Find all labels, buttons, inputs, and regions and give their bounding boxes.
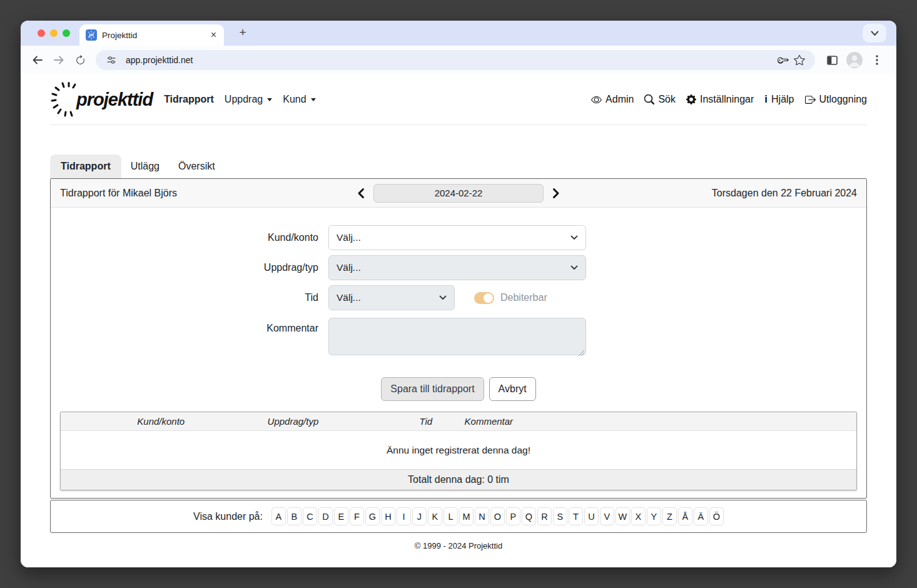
- letter-button[interactable]: V: [600, 507, 614, 525]
- save-button[interactable]: Spara till tidrapport: [381, 377, 484, 401]
- letter-button[interactable]: T: [569, 507, 583, 525]
- letter-button[interactable]: W: [616, 507, 630, 525]
- kund-konto-label: Kund/konto: [51, 232, 328, 243]
- col-header-kund-konto: Kund/konto: [137, 412, 185, 430]
- letter-button[interactable]: I: [397, 507, 411, 525]
- letter-button[interactable]: L: [443, 507, 458, 525]
- letter-button[interactable]: F: [350, 507, 364, 525]
- table-header-row: Kund/konto Uppdrag/typ Tid Kommentar: [61, 412, 856, 431]
- new-tab-button[interactable]: +: [235, 26, 250, 39]
- letter-button[interactable]: R: [537, 507, 552, 525]
- date-input[interactable]: 2024-02-22: [373, 184, 544, 203]
- back-button[interactable]: [27, 49, 48, 71]
- menu-item-admin[interactable]: Admin: [591, 94, 634, 105]
- app-header: projekttid Tidrapport Uppdrag Kund: [50, 74, 867, 125]
- nav-item-kund[interactable]: Kund: [283, 94, 315, 105]
- browser-tab[interactable]: pt Projekttid ×: [79, 24, 224, 46]
- kommentar-textarea[interactable]: [328, 318, 586, 355]
- tab-search-button[interactable]: [863, 24, 886, 43]
- letter-button[interactable]: U: [584, 507, 599, 525]
- date-navigation-bar: Tidrapport för Mikael Björs 2024-02-22: [51, 179, 866, 208]
- browser-menu-button[interactable]: [866, 49, 888, 71]
- reload-icon: [75, 55, 86, 66]
- letter-button[interactable]: Å: [678, 507, 692, 525]
- minimize-window-button[interactable]: [50, 29, 58, 37]
- site-favicon-icon: pt: [86, 29, 97, 41]
- menu-item-installningar[interactable]: Inställningar: [686, 94, 754, 105]
- letter-button[interactable]: M: [459, 507, 474, 525]
- letter-button[interactable]: N: [475, 507, 489, 525]
- letter-button[interactable]: O: [490, 507, 505, 525]
- top-menu: Admin Sök Inställningar: [591, 94, 867, 105]
- tab-utlagg[interactable]: Utlägg: [121, 155, 169, 178]
- toolbar-right-group: [821, 49, 890, 71]
- letter-button[interactable]: D: [318, 507, 333, 525]
- tid-select[interactable]: Välj...: [328, 285, 455, 310]
- letter-button[interactable]: Y: [647, 507, 661, 525]
- letter-button[interactable]: E: [334, 507, 348, 525]
- letter-button[interactable]: C: [303, 507, 317, 525]
- tid-label: Tid: [51, 292, 328, 303]
- uppdrag-typ-select[interactable]: Välj...: [328, 255, 586, 280]
- alphabet-label: Visa kunder på:: [193, 511, 263, 522]
- window-controls: [38, 29, 70, 37]
- tab-close-icon[interactable]: ×: [210, 30, 218, 40]
- report-title: Tidrapport för Mikael Björs: [60, 188, 357, 199]
- letter-button[interactable]: X: [631, 507, 646, 525]
- kund-konto-select[interactable]: Välj...: [328, 225, 586, 250]
- letter-button[interactable]: Ö: [709, 507, 724, 525]
- letter-button[interactable]: P: [506, 507, 520, 525]
- next-day-button[interactable]: [552, 188, 560, 199]
- chevron-left-icon: [357, 188, 365, 199]
- letter-button[interactable]: S: [553, 507, 567, 525]
- nav-item-uppdrag[interactable]: Uppdrag: [225, 94, 272, 105]
- browser-toolbar: app.projekttid.net: [21, 46, 896, 74]
- resize-grip-icon[interactable]: [579, 350, 584, 356]
- table-empty-row: Ännu inget registrerat denna dag!: [61, 431, 856, 470]
- search-icon: [644, 94, 654, 104]
- letter-button[interactable]: Ä: [694, 507, 708, 525]
- site-settings-icon[interactable]: [103, 55, 119, 65]
- previous-day-button[interactable]: [357, 188, 365, 199]
- gear-icon: [686, 94, 696, 104]
- nav-item-tidrapport[interactable]: Tidrapport: [164, 94, 214, 105]
- browser-tab-strip: pt Projekttid × +: [21, 21, 896, 46]
- menu-item-sok[interactable]: Sök: [644, 94, 676, 105]
- menu-item-utloggning[interactable]: Utloggning: [805, 94, 868, 105]
- tidrapport-panel: Tidrapport för Mikael Björs 2024-02-22: [50, 178, 867, 499]
- letter-button[interactable]: Q: [522, 507, 536, 525]
- letter-button[interactable]: Z: [662, 507, 677, 525]
- tab-oversikt[interactable]: Översikt: [169, 155, 225, 178]
- maximize-window-button[interactable]: [63, 29, 70, 37]
- tab-tidrapport[interactable]: Tidrapport: [50, 155, 121, 178]
- forward-button[interactable]: [48, 49, 69, 71]
- bookmark-star-icon[interactable]: [791, 54, 808, 66]
- app-logo[interactable]: projekttid: [50, 81, 153, 118]
- side-panel-icon: [827, 56, 838, 65]
- time-entry-form: Kund/konto Välj... Uppdrag/typ Välj...: [51, 225, 866, 401]
- close-window-button[interactable]: [38, 29, 45, 37]
- letter-buttons: A B C D E F G H: [271, 507, 724, 525]
- reload-button[interactable]: [69, 49, 91, 71]
- letter-button[interactable]: G: [365, 507, 380, 525]
- letter-button[interactable]: B: [287, 507, 301, 525]
- letter-button[interactable]: J: [412, 507, 427, 525]
- address-bar[interactable]: app.projekttid.net: [96, 50, 815, 70]
- tab-title: Projekttid: [102, 31, 210, 40]
- menu-item-hjalp[interactable]: i Hjälp: [764, 94, 794, 105]
- debiterbar-toggle[interactable]: [474, 292, 494, 304]
- col-header-kommentar: Kommentar: [465, 412, 514, 430]
- chevron-right-icon: [552, 188, 560, 199]
- letter-button[interactable]: A: [271, 507, 286, 525]
- password-key-icon[interactable]: [775, 54, 791, 66]
- cancel-button[interactable]: Avbryt: [489, 377, 536, 401]
- url-text[interactable]: app.projekttid.net: [126, 55, 775, 65]
- side-panel-button[interactable]: [821, 49, 843, 71]
- browser-window: pt Projekttid × +: [21, 21, 896, 567]
- app-page: projekttid Tidrapport Uppdrag Kund: [21, 74, 896, 567]
- kebab-menu-icon: [876, 55, 878, 65]
- chevron-down-icon: [570, 235, 578, 240]
- profile-avatar[interactable]: [846, 52, 863, 68]
- letter-button[interactable]: H: [381, 507, 395, 525]
- letter-button[interactable]: K: [428, 507, 442, 525]
